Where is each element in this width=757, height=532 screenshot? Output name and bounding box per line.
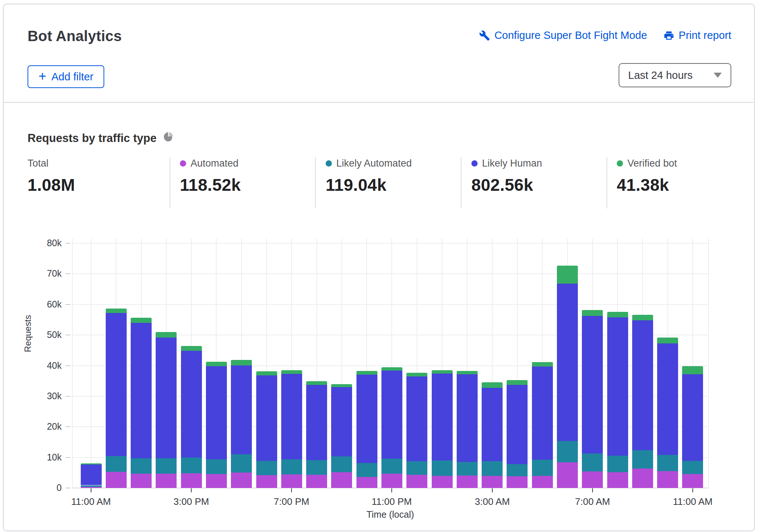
bar-seg-verified-bot[interactable] (607, 312, 628, 317)
bar-seg-likely-human[interactable] (432, 374, 453, 460)
bar-seg-automated[interactable] (281, 474, 302, 488)
bar-seg-likely-human[interactable] (331, 387, 352, 456)
bar-seg-likely-automated[interactable] (582, 453, 603, 471)
bar-seg-likely-human[interactable] (181, 351, 202, 457)
bar-seg-automated[interactable] (206, 474, 227, 488)
bar-12-00-am[interactable] (406, 373, 427, 488)
bar-seg-verified-bot[interactable] (432, 370, 453, 374)
bar-seg-automated[interactable] (156, 474, 177, 488)
bar-seg-automated[interactable] (81, 487, 102, 488)
bar-seg-likely-automated[interactable] (231, 454, 252, 473)
bar-seg-likely-automated[interactable] (507, 464, 528, 476)
bar-seg-likely-automated[interactable] (306, 460, 327, 475)
bar-seg-likely-automated[interactable] (106, 456, 127, 472)
bar-seg-automated[interactable] (582, 471, 603, 488)
bar-seg-likely-human[interactable] (256, 375, 277, 461)
bar-seg-automated[interactable] (557, 462, 578, 488)
bar-seg-likely-automated[interactable] (457, 462, 478, 475)
bar-seg-verified-bot[interactable] (256, 371, 277, 376)
bar-seg-automated[interactable] (657, 471, 678, 488)
bar-seg-likely-human[interactable] (682, 374, 703, 461)
bar-seg-verified-bot[interactable] (406, 373, 427, 376)
bar-seg-verified-bot[interactable] (356, 371, 377, 375)
bar-seg-verified-bot[interactable] (206, 362, 227, 367)
bar-seg-automated[interactable] (181, 473, 202, 488)
bar-10-00-pm[interactable] (356, 371, 377, 488)
bar-2-00-pm[interactable] (156, 332, 177, 488)
bar-seg-verified-bot[interactable] (131, 318, 152, 323)
bar-seg-likely-human[interactable] (381, 371, 402, 459)
bar-seg-likely-automated[interactable] (181, 458, 202, 473)
bar-5-00-pm[interactable] (231, 360, 252, 488)
bar-11-00-am[interactable] (81, 463, 102, 488)
bar-seg-verified-bot[interactable] (557, 266, 578, 284)
bar-4-00-am[interactable] (507, 380, 528, 488)
bar-5-00-am[interactable] (532, 362, 553, 488)
bar-seg-verified-bot[interactable] (632, 315, 653, 320)
bar-seg-likely-automated[interactable] (356, 463, 377, 477)
bar-seg-likely-human[interactable] (532, 367, 553, 460)
bar-seg-likely-automated[interactable] (657, 455, 678, 471)
bar-11-00-pm[interactable] (381, 367, 402, 488)
bar-seg-likely-automated[interactable] (281, 459, 302, 474)
bar-seg-likely-automated[interactable] (131, 458, 152, 474)
bar-seg-likely-automated[interactable] (607, 456, 628, 472)
bar-seg-verified-bot[interactable] (306, 381, 327, 385)
bar-seg-automated[interactable] (507, 476, 528, 488)
bar-seg-automated[interactable] (256, 475, 277, 488)
bar-seg-likely-human[interactable] (607, 317, 628, 456)
bar-12-00-pm[interactable] (106, 309, 127, 488)
bar-seg-likely-automated[interactable] (432, 460, 453, 476)
bar-seg-automated[interactable] (682, 474, 703, 488)
bar-seg-likely-human[interactable] (356, 375, 377, 463)
bar-seg-likely-automated[interactable] (256, 461, 277, 475)
configure-super-bot-fight-mode-link[interactable]: Configure Super Bot Fight Mode (479, 29, 647, 41)
bar-seg-verified-bot[interactable] (532, 362, 553, 367)
print-report-link[interactable]: Print report (663, 29, 731, 41)
bar-seg-automated[interactable] (106, 472, 127, 488)
bar-9-00-pm[interactable] (331, 384, 352, 488)
bar-seg-likely-automated[interactable] (331, 456, 352, 472)
bar-7-00-am[interactable] (582, 310, 603, 488)
bar-2-00-am[interactable] (457, 371, 478, 488)
bar-seg-likely-human[interactable] (281, 374, 302, 459)
bar-seg-likely-automated[interactable] (532, 460, 553, 476)
bar-seg-automated[interactable] (356, 477, 377, 488)
bar-7-00-pm[interactable] (281, 370, 302, 488)
bar-seg-likely-human[interactable] (457, 374, 478, 462)
bar-seg-verified-bot[interactable] (156, 332, 177, 338)
bar-seg-automated[interactable] (306, 475, 327, 488)
bar-seg-automated[interactable] (231, 473, 252, 488)
bar-4-00-pm[interactable] (206, 362, 227, 488)
add-filter-button[interactable]: + Add filter (28, 65, 104, 88)
bar-8-00-pm[interactable] (306, 381, 327, 488)
time-range-select[interactable]: Last 24 hours (619, 63, 731, 87)
bar-6-00-pm[interactable] (256, 371, 277, 488)
bar-1-00-am[interactable] (432, 370, 453, 488)
bar-6-00-am[interactable] (557, 266, 578, 488)
bar-seg-verified-bot[interactable] (281, 370, 302, 374)
bar-seg-automated[interactable] (482, 476, 503, 488)
bar-seg-verified-bot[interactable] (482, 382, 503, 388)
bar-seg-likely-human[interactable] (81, 464, 102, 485)
bar-seg-likely-human[interactable] (156, 338, 177, 458)
bar-seg-likely-automated[interactable] (381, 459, 402, 474)
bar-11-00-am[interactable] (682, 366, 703, 488)
bar-seg-automated[interactable] (331, 472, 352, 488)
bar-seg-likely-automated[interactable] (156, 458, 177, 474)
bar-seg-verified-bot[interactable] (231, 360, 252, 365)
bar-seg-verified-bot[interactable] (381, 367, 402, 371)
bar-seg-likely-human[interactable] (507, 385, 528, 464)
bar-seg-likely-human[interactable] (131, 323, 152, 458)
bar-seg-verified-bot[interactable] (582, 310, 603, 316)
bar-seg-verified-bot[interactable] (507, 380, 528, 385)
bar-seg-automated[interactable] (607, 472, 628, 488)
bar-seg-likely-automated[interactable] (81, 485, 102, 487)
bar-seg-verified-bot[interactable] (331, 384, 352, 387)
bar-seg-automated[interactable] (432, 476, 453, 488)
bar-seg-likely-automated[interactable] (206, 459, 227, 474)
bar-seg-likely-human[interactable] (231, 365, 252, 455)
bar-9-00-am[interactable] (632, 315, 653, 488)
bar-seg-verified-bot[interactable] (682, 366, 703, 374)
bar-seg-automated[interactable] (532, 476, 553, 488)
